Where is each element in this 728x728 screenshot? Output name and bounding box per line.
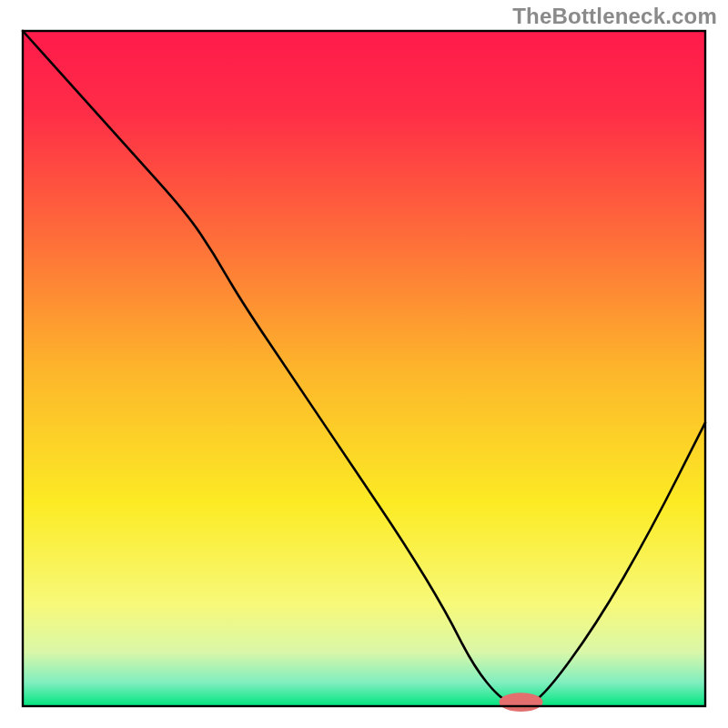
bottleneck-chart: [0, 0, 728, 728]
optimal-marker: [500, 693, 543, 712]
chart-container: TheBottleneck.com: [0, 0, 728, 728]
plot-background: [23, 31, 705, 706]
watermark-text: TheBottleneck.com: [512, 4, 717, 29]
